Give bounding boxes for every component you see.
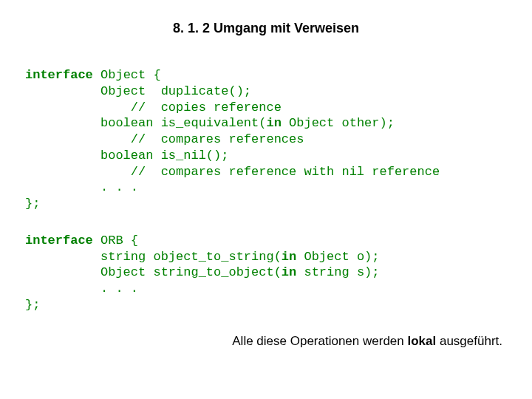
code-text: Object {	[93, 68, 161, 82]
code-text: . . .	[25, 180, 138, 194]
code-text: Object o);	[296, 250, 379, 264]
section-heading: 8. 1. 2 Umgang mit Verweisen	[25, 21, 507, 36]
code-text: Object duplicate();	[25, 84, 251, 98]
code-text: };	[25, 197, 40, 211]
code-text: boolean is_nil();	[25, 149, 228, 163]
code-text: ORB {	[93, 233, 138, 248]
code-text: string object_to_string(	[25, 250, 282, 264]
footer-text: ausgeführt.	[436, 334, 502, 348]
code-text: Object other);	[282, 116, 395, 130]
code-text: };	[25, 298, 40, 312]
keyword-in: in	[282, 250, 296, 264]
keyword-in: in	[266, 116, 281, 130]
code-text: boolean is_equivalent(	[25, 116, 266, 130]
code-text: . . .	[25, 282, 138, 296]
code-text: // compares references	[25, 132, 304, 146]
code-text: string s);	[296, 265, 379, 279]
code-text: // compares reference with nil reference	[25, 165, 440, 179]
code-text: Object string_to_object(	[25, 265, 282, 279]
footer-text: Alle diese Operationen werden	[232, 334, 407, 348]
footer-note: Alle diese Operationen werden lokal ausg…	[25, 334, 507, 349]
code-text: // copies reference	[25, 100, 282, 115]
code-block-orb: interface ORB { string object_to_string(…	[25, 233, 507, 313]
keyword-interface: interface	[25, 68, 93, 82]
keyword-in: in	[282, 265, 296, 279]
keyword-interface: interface	[25, 233, 93, 248]
code-block-object: interface Object { Object duplicate(); /…	[25, 67, 507, 212]
footer-bold: lokal	[407, 334, 436, 348]
